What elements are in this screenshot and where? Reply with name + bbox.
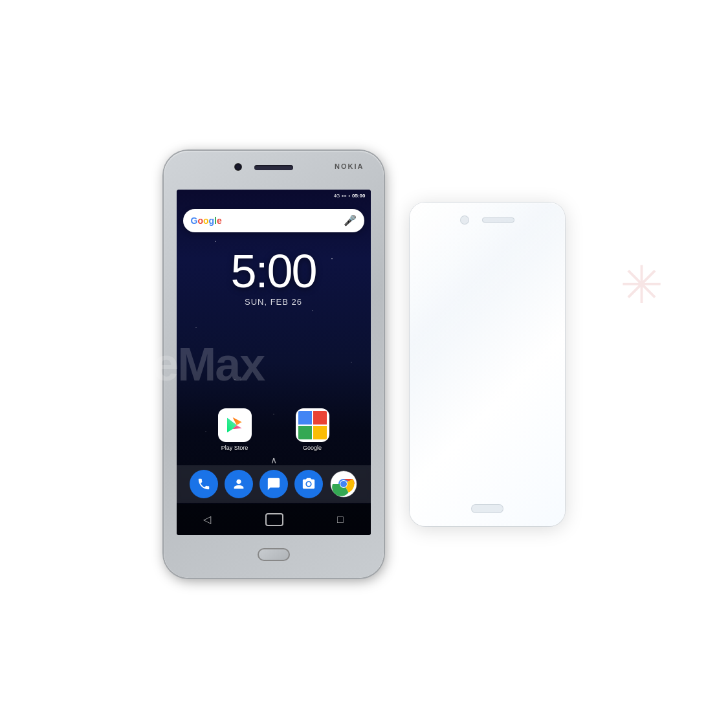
earpiece-speaker — [254, 165, 293, 170]
dock-phone[interactable] — [190, 470, 218, 498]
home-apps-grid: Play Store — [177, 408, 371, 451]
play-store-label: Play Store — [221, 445, 248, 451]
navigation-bar: ◁ □ — [177, 504, 371, 535]
home-button[interactable] — [265, 513, 283, 526]
front-camera — [235, 164, 241, 170]
google-logo: Google — [191, 215, 222, 226]
svg-point-0 — [307, 482, 311, 486]
recents-button[interactable]: □ — [337, 514, 344, 525]
glass-speaker-cutout — [482, 217, 514, 223]
glass-screen-protector — [410, 203, 565, 526]
battery-icon: ▪ — [349, 193, 350, 198]
signal-bars: ▪▪▪ — [342, 193, 346, 198]
app-dock — [177, 465, 371, 503]
clock-time: 5:00 — [230, 248, 316, 294]
swipe-up-indicator: ∧ — [270, 455, 277, 465]
dock-chrome[interactable] — [329, 470, 358, 498]
google-app-icon — [296, 408, 329, 442]
nokia-phone: NOKIA 4G ▪▪▪ ▪ 05:00 — [164, 151, 384, 578]
glass-home-button-cutout — [471, 504, 503, 513]
back-button[interactable]: ◁ — [203, 513, 211, 525]
phone-top-bezel: NOKIA — [164, 151, 384, 190]
phone-screen[interactable]: 4G ▪▪▪ ▪ 05:00 Google 🎤 — [177, 190, 371, 535]
brand-label: NOKIA — [335, 162, 364, 170]
dock-contacts[interactable] — [225, 470, 253, 498]
product-scene: LifeMax ✳ NOKIA 4G ▪▪▪ ▪ — [0, 0, 728, 728]
status-bar: 4G ▪▪▪ ▪ 05:00 — [177, 190, 371, 203]
mic-icon[interactable]: 🎤 — [344, 214, 357, 226]
dock-camera[interactable] — [294, 470, 323, 498]
google-search-bar[interactable]: Google 🎤 — [183, 209, 364, 232]
google-app-label: Google — [303, 445, 322, 451]
play-store-icon — [218, 408, 252, 442]
phone-bottom-bezel — [164, 535, 384, 574]
status-icons: 4G ▪▪▪ ▪ 05:00 — [334, 193, 366, 199]
clock-date: SUN, FEB 26 — [245, 297, 302, 307]
glass-top-cutouts — [410, 215, 565, 225]
network-indicator: 4G — [334, 193, 340, 198]
glass-camera-cutout — [460, 215, 469, 225]
product-display: NOKIA 4G ▪▪▪ ▪ 05:00 — [164, 151, 565, 578]
dock-messages[interactable] — [259, 470, 288, 498]
physical-home-button[interactable] — [258, 548, 290, 561]
watermark-asterisk: ✳ — [620, 255, 663, 315]
google-app[interactable]: Google — [296, 408, 329, 451]
clock-display: 5:00 SUN, FEB 26 — [177, 248, 371, 307]
screen-background: 4G ▪▪▪ ▪ 05:00 Google 🎤 — [177, 190, 371, 535]
play-store-app[interactable]: Play Store — [218, 408, 252, 451]
svg-point-4 — [340, 481, 347, 487]
status-time: 05:00 — [352, 193, 365, 199]
